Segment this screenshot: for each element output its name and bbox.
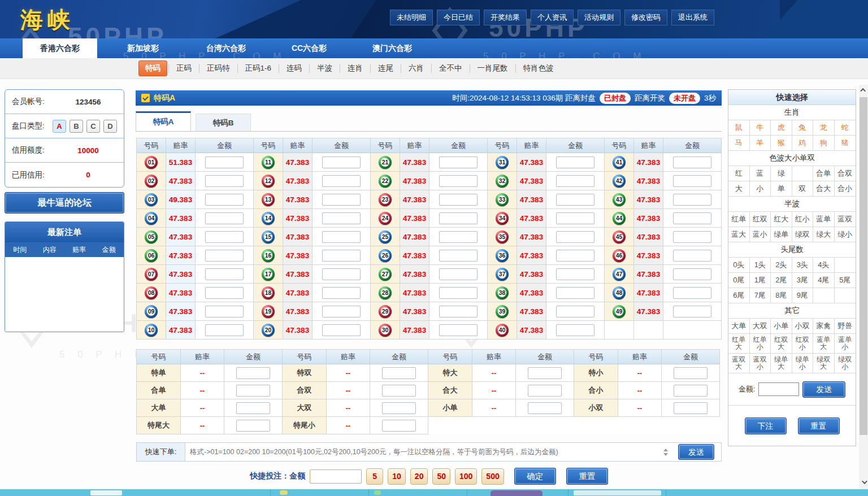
quick-cell-鸡[interactable]: 鸡: [792, 136, 814, 151]
bet-nav-item[interactable]: 正码1-6: [239, 61, 278, 76]
quick-cell-牛[interactable]: 牛: [750, 120, 771, 136]
amount-input[interactable]: [382, 367, 416, 379]
quick-amount-button[interactable]: 50: [432, 468, 450, 485]
amount-input[interactable]: [205, 212, 244, 224]
quick-cell-绿单大[interactable]: 绿单大: [771, 354, 792, 373]
quick-cell-狗[interactable]: 狗: [813, 136, 835, 151]
number-ball-cell[interactable]: 27: [371, 265, 400, 284]
game-tab[interactable]: 香港六合彩: [23, 38, 97, 58]
amount-input[interactable]: [439, 324, 478, 336]
bet-nav-item[interactable]: 连肖: [341, 61, 369, 76]
amount-input[interactable]: [322, 250, 361, 262]
quick-order-input[interactable]: [185, 443, 661, 461]
amount-input[interactable]: [556, 250, 594, 262]
quick-cell-红双[interactable]: 红双: [750, 212, 771, 227]
number-ball-cell[interactable]: 04: [137, 209, 166, 228]
number-ball-cell[interactable]: 41: [605, 153, 634, 172]
number-ball-cell[interactable]: 43: [605, 190, 634, 209]
amount-input[interactable]: [322, 231, 361, 243]
number-ball-cell[interactable]: 44: [605, 209, 634, 228]
quick-cell-绿单小[interactable]: 绿单小: [792, 354, 814, 373]
quick-cell-双[interactable]: 双: [792, 181, 814, 197]
amount-input[interactable]: [205, 156, 244, 168]
number-ball-cell[interactable]: 32: [488, 172, 517, 190]
amount-input[interactable]: [236, 367, 270, 379]
quick-cell-9尾[interactable]: 9尾: [792, 288, 814, 303]
quick-select-reset-button[interactable]: 重置: [798, 417, 840, 434]
number-ball-cell[interactable]: 24: [371, 209, 400, 228]
amount-input[interactable]: [439, 306, 478, 317]
confirm-button[interactable]: 确定: [514, 468, 556, 485]
amount-input[interactable]: [322, 156, 361, 168]
amount-input[interactable]: [205, 231, 244, 243]
quick-cell-马[interactable]: 马: [728, 136, 750, 151]
amount-input[interactable]: [439, 250, 478, 262]
amount-input[interactable]: [528, 367, 562, 379]
amount-input[interactable]: [556, 156, 594, 168]
amount-input[interactable]: [322, 175, 361, 187]
amount-input[interactable]: [439, 268, 478, 280]
quick-cell-1尾[interactable]: 1尾: [750, 273, 771, 288]
quick-cell-1头[interactable]: 1头: [750, 258, 771, 273]
bet-nav-item[interactable]: 特肖色波: [517, 61, 560, 76]
handicap-option-a[interactable]: A: [53, 120, 66, 133]
quick-cell-红小[interactable]: 红小: [792, 212, 814, 227]
quick-cell-猴[interactable]: 猴: [771, 136, 792, 151]
number-ball-cell[interactable]: 46: [605, 246, 634, 265]
bet-option-合小[interactable]: 合小: [574, 382, 618, 399]
number-ball-cell[interactable]: 22: [371, 172, 400, 190]
quick-cell-合大[interactable]: 合大: [813, 181, 835, 197]
number-ball-cell[interactable]: 49: [605, 302, 634, 321]
number-ball-cell[interactable]: 15: [254, 228, 283, 246]
quick-cell-蛇[interactable]: 蛇: [835, 120, 856, 136]
game-tab[interactable]: 澳门六合彩: [355, 38, 429, 58]
quick-cell-小单[interactable]: 小单: [771, 319, 792, 334]
bet-option-合单[interactable]: 合单: [137, 382, 181, 399]
amount-input[interactable]: [673, 268, 711, 280]
amount-input[interactable]: [673, 156, 711, 168]
amount-input[interactable]: [673, 306, 711, 317]
amount-input[interactable]: [322, 324, 361, 336]
menu-item[interactable]: 开奖结果: [484, 10, 527, 25]
bet-nav-item[interactable]: 一肖尾数: [471, 61, 514, 76]
bet-nav-item[interactable]: 连码: [280, 61, 308, 76]
number-ball-cell[interactable]: 45: [605, 228, 634, 246]
amount-input[interactable]: [439, 156, 478, 168]
quick-cell-小[interactable]: 小: [750, 181, 771, 197]
quick-cell-小双[interactable]: 小双: [792, 319, 814, 334]
bet-option-大单[interactable]: 大单: [137, 399, 181, 417]
bet-option-大双[interactable]: 大双: [283, 399, 327, 417]
quick-amount-button[interactable]: 5: [366, 468, 383, 485]
number-ball-cell[interactable]: 07: [137, 265, 166, 284]
quick-cell-红双小[interactable]: 红双小: [792, 334, 814, 354]
amount-input[interactable]: [439, 175, 478, 187]
number-ball-cell[interactable]: 34: [488, 209, 517, 228]
quick-cell-绿单[interactable]: 绿单: [771, 227, 792, 242]
quick-amount-button[interactable]: 500: [481, 468, 504, 485]
amount-input[interactable]: [674, 367, 708, 379]
quick-cell-合双[interactable]: 合双: [835, 166, 856, 181]
reset-button[interactable]: 重置: [566, 468, 608, 485]
vertical-scrollbar[interactable]: [859, 85, 868, 489]
menu-item[interactable]: 退出系统: [671, 10, 714, 25]
number-ball-cell[interactable]: 02: [137, 172, 166, 190]
quick-cell-红[interactable]: 红: [728, 166, 750, 181]
amount-input[interactable]: [556, 194, 594, 206]
handicap-option-c[interactable]: C: [86, 120, 100, 133]
handicap-option-d[interactable]: D: [103, 120, 117, 133]
amount-input[interactable]: [236, 402, 270, 414]
quick-cell-蓝双小[interactable]: 蓝双小: [750, 354, 771, 373]
place-bet-button[interactable]: 下注: [745, 417, 787, 434]
menu-item[interactable]: 个人资讯: [531, 10, 574, 25]
scrollbar-thumb[interactable]: [860, 97, 867, 435]
quick-cell-鼠[interactable]: 鼠: [728, 120, 750, 136]
amount-input[interactable]: [556, 268, 594, 280]
quick-order-send-button[interactable]: 发送: [678, 444, 714, 460]
number-ball-cell[interactable]: 11: [254, 153, 283, 172]
bet-nav-item[interactable]: 连尾: [372, 61, 400, 76]
amount-input[interactable]: [556, 324, 594, 336]
amount-input[interactable]: [673, 194, 711, 206]
quick-cell-羊[interactable]: 羊: [750, 136, 771, 151]
amount-input[interactable]: [322, 194, 361, 206]
bet-option-合双[interactable]: 合双: [283, 382, 327, 399]
